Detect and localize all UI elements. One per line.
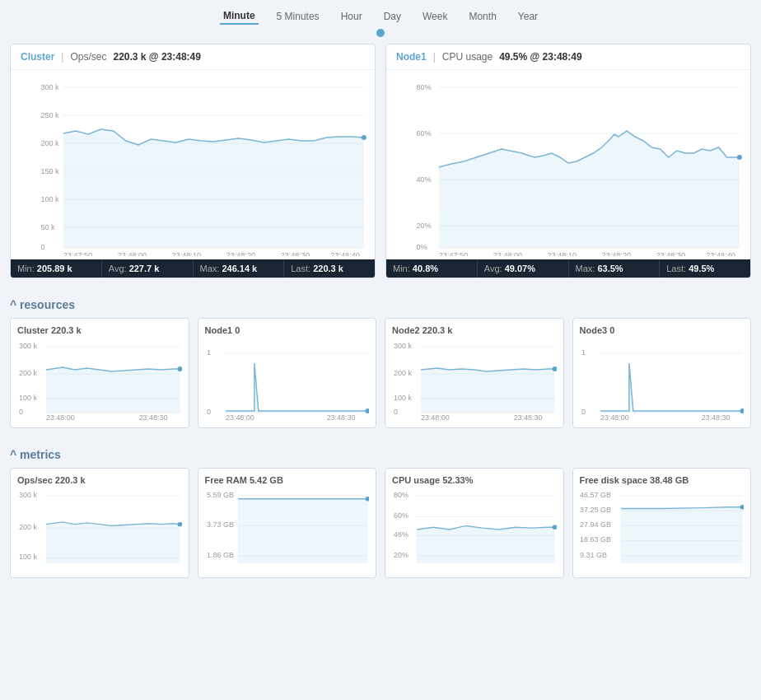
svg-text:23:48:40: 23:48:40 (706, 251, 735, 256)
svg-text:300 k: 300 k (19, 491, 38, 499)
svg-text:80%: 80% (416, 83, 431, 91)
svg-text:23:48:00: 23:48:00 (118, 251, 147, 256)
metric-opssec: Ops/sec 220.3 k 300 k 200 k 100 k (10, 468, 189, 578)
svg-text:23:48:30: 23:48:30 (701, 413, 730, 421)
svg-text:23:47:50: 23:47:50 (439, 251, 468, 256)
metrics-section-header: ^ metrics (0, 438, 761, 468)
svg-text:23:48:30: 23:48:30 (514, 413, 543, 421)
svg-text:100 k: 100 k (40, 195, 59, 203)
metric-diskspace-title: Free disk space 38.48 GB (580, 475, 745, 485)
svg-text:1: 1 (581, 348, 585, 357)
resource-node1-svg: 1 0 23:48:00 23:48:30 (205, 338, 370, 421)
metric-cpuusage: CPU usage 52.33% 80% 60% 46% 20% (385, 468, 564, 578)
cluster-stat-last: Last: 220.3 k (284, 259, 375, 278)
cluster-chart-metric: Ops/sec (70, 51, 106, 63)
resource-node2: Node2 220.3 k 300 k 200 k 100 k 0 23:48:… (385, 318, 564, 428)
time-nav-indicator (0, 29, 761, 44)
cluster-chart-value: 220.3 k @ 23:48:49 (113, 51, 200, 63)
svg-text:46%: 46% (394, 530, 409, 539)
svg-text:27.94 GB: 27.94 GB (580, 521, 611, 530)
resources-row: Cluster 220.3 k 300 k 200 k 100 k 0 23:4… (0, 318, 761, 438)
cluster-stat-avg: Avg: 227.7 k (102, 259, 194, 278)
svg-text:200 k: 200 k (19, 369, 37, 377)
metric-freeram-svg: 5.59 GB 3.73 GB 1.86 GB (205, 488, 370, 571)
svg-text:60%: 60% (416, 129, 431, 138)
svg-text:23:48:00: 23:48:00 (421, 413, 450, 421)
svg-text:23:48:10: 23:48:10 (172, 251, 201, 256)
time-nav-day[interactable]: Day (380, 9, 404, 24)
svg-text:100 k: 100 k (19, 553, 38, 562)
metric-cpuusage-title: CPU usage 52.33% (392, 475, 557, 485)
svg-text:0%: 0% (416, 243, 427, 251)
svg-text:23:47:50: 23:47:50 (63, 251, 92, 256)
resource-node1: Node1 0 1 0 23:48:00 23:48:30 (198, 318, 377, 428)
metric-diskspace-svg: 46.57 GB 37.25 GB 27.94 GB 18.63 GB 9.31… (580, 488, 745, 571)
svg-text:23:48:00: 23:48:00 (46, 413, 75, 421)
svg-text:150 k: 150 k (40, 167, 59, 175)
svg-text:23:48:20: 23:48:20 (226, 251, 255, 256)
metric-diskspace: Free disk space 38.48 GB 46.57 GB 37.25 … (572, 468, 752, 578)
svg-text:40%: 40% (416, 175, 431, 184)
svg-text:3.73 GB: 3.73 GB (206, 521, 233, 530)
resource-node1-title: Node1 0 (205, 325, 370, 335)
svg-text:0: 0 (581, 408, 585, 416)
svg-text:200 k: 200 k (40, 139, 59, 147)
resource-node3-svg: 1 0 23:48:00 23:48:30 (580, 338, 745, 421)
svg-text:1: 1 (206, 348, 210, 357)
svg-point-14 (362, 135, 366, 140)
svg-text:80%: 80% (394, 491, 409, 499)
svg-text:5.59 GB: 5.59 GB (206, 491, 233, 499)
svg-text:23:48:00: 23:48:00 (600, 413, 628, 421)
resources-section-header: ^ resources (0, 288, 761, 318)
metric-opssec-svg: 300 k 200 k 100 k (17, 488, 182, 571)
node1-chart-metric: CPU usage (442, 51, 493, 63)
resource-node3-title: Node3 0 (580, 325, 745, 335)
node1-chart-header: Node1 | CPU usage 49.5% @ 23:48:49 (386, 44, 750, 70)
node1-stat-min: Min: 40.8% (386, 259, 478, 278)
time-nav-minute[interactable]: Minute (220, 8, 259, 25)
svg-text:46.57 GB: 46.57 GB (580, 491, 611, 499)
svg-text:60%: 60% (394, 512, 409, 520)
svg-text:23:48:30: 23:48:30 (656, 251, 685, 256)
svg-text:23:48:00: 23:48:00 (493, 251, 522, 256)
svg-text:0: 0 (206, 408, 210, 416)
time-nav-hour[interactable]: Hour (338, 9, 366, 24)
svg-text:23:48:40: 23:48:40 (330, 251, 359, 256)
cluster-chart-title: Cluster (21, 51, 54, 63)
svg-text:0: 0 (394, 408, 398, 416)
svg-text:300 k: 300 k (394, 342, 412, 350)
node1-chart-title: Node1 (396, 51, 427, 63)
metric-opssec-title: Ops/sec 220.3 k (17, 475, 182, 485)
node1-chart-body: 80% 60% 40% 20% 0% 23:47:50 23:48:00 (386, 70, 750, 259)
svg-text:23:48:20: 23:48:20 (602, 251, 631, 256)
svg-text:300 k: 300 k (19, 342, 37, 350)
time-nav-year[interactable]: Year (515, 9, 541, 24)
node1-chart-svg: 80% 60% 40% 20% 0% 23:47:50 23:48:00 (393, 75, 744, 256)
svg-text:23:48:00: 23:48:00 (225, 413, 254, 421)
time-nav-5min[interactable]: 5 Minutes (273, 9, 323, 24)
svg-text:20%: 20% (416, 222, 431, 230)
cluster-chart-box: Cluster | Ops/sec 220.3 k @ 23:48:49 300… (10, 44, 376, 278)
cluster-stat-max: Max: 246.14 k (194, 259, 285, 278)
svg-text:23:48:30: 23:48:30 (139, 413, 168, 421)
metric-freeram-title: Free RAM 5.42 GB (205, 475, 370, 485)
svg-text:250 k: 250 k (40, 111, 59, 119)
svg-text:37.25 GB: 37.25 GB (580, 506, 611, 514)
time-nav-week[interactable]: Week (419, 9, 451, 24)
time-nav-month[interactable]: Month (465, 9, 499, 24)
svg-text:200 k: 200 k (394, 369, 412, 377)
svg-text:300 k: 300 k (40, 83, 59, 91)
cluster-chart-body: 300 k 250 k 200 k 150 k 100 k 50 k 0 (11, 70, 375, 259)
resource-node2-title: Node2 220.3 k (392, 325, 557, 335)
svg-text:100 k: 100 k (19, 394, 37, 402)
svg-text:1.86 GB: 1.86 GB (206, 551, 233, 559)
node1-chart-stats: Min: 40.8% Avg: 49.07% Max: 63.5% Last: … (386, 259, 750, 278)
active-indicator-dot (376, 29, 385, 37)
metric-freeram: Free RAM 5.42 GB 5.59 GB 3.73 GB 1.86 GB (198, 468, 377, 578)
node1-stat-avg: Avg: 49.07% (478, 259, 569, 278)
svg-point-31 (737, 155, 742, 160)
main-charts-row: Cluster | Ops/sec 220.3 k @ 23:48:49 300… (0, 44, 761, 288)
node1-stat-last: Last: 49.5% (660, 259, 750, 278)
cluster-chart-stats: Min: 205.89 k Avg: 227.7 k Max: 246.14 k… (11, 259, 375, 278)
node1-stat-max: Max: 63.5% (569, 259, 661, 278)
